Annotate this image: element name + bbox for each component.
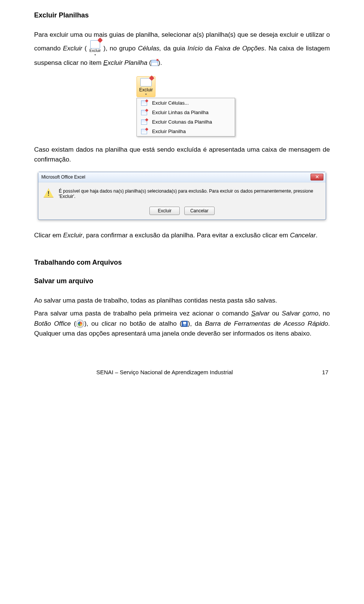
dialog-title-text: Microsoft Office Excel: [41, 174, 85, 180]
em-faixa: Faixa de Opções: [215, 45, 264, 52]
paragraph-salvar-1: Ao salvar uma pasta de trabalho, todas a…: [34, 296, 330, 306]
delete-sheet-icon: ✖: [151, 60, 158, 66]
text: , no: [318, 310, 330, 317]
excluir-split-button[interactable]: Excluir ▾: [136, 76, 155, 97]
close-icon[interactable]: ✕: [311, 174, 323, 180]
text: (: [82, 45, 87, 52]
text: .: [316, 232, 318, 239]
em-barra: Barra de Ferramentas de Acesso Rápido: [205, 320, 328, 327]
warning-icon: [44, 188, 53, 198]
paragraph-salvar-2: Para salvar uma pasta de trabalho pela p…: [34, 309, 330, 339]
heading-excluir-planilhas: Excluir Planilhas: [34, 11, 330, 19]
menu-label: Excluir Colunas da Planilha: [152, 119, 212, 125]
excluir-dropdown-menu: Excluir Células... Excluir Linhas da Pla…: [136, 98, 235, 136]
page-footer: SENAI – Serviço Nacional de Aprendizagem…: [34, 369, 330, 375]
text: Para excluir uma ou mais guias de planil…: [34, 31, 278, 38]
menu-item-excluir-celulas[interactable]: Excluir Células...: [137, 98, 235, 108]
dialog-message: É possível que haja dados na(s) planilha…: [59, 188, 320, 199]
delete-icon: [140, 78, 152, 86]
delete-cols-icon: [141, 119, 147, 125]
dialog-excluir-button[interactable]: Excluir: [149, 207, 180, 215]
menu-item-excluir-linhas[interactable]: Excluir Linhas da Planilha: [137, 108, 235, 117]
delete-sheet-icon: [141, 129, 147, 134]
text: Para salvar uma pasta de trabalho pela p…: [34, 310, 251, 317]
paragraph-confirmacao: Caso existam dados na planilha que está …: [34, 145, 330, 165]
text: ), no grupo: [104, 45, 138, 52]
page-number: 17: [322, 369, 328, 375]
text: (: [147, 59, 151, 66]
office-button-icon: [76, 320, 84, 328]
em-excluir-planilha: xcluir Planilha: [108, 59, 147, 66]
em-excluir: Excluir: [63, 232, 83, 239]
text: ), ou clicar no botão de atalho (: [84, 320, 182, 327]
em-botao-office: Botão Office: [34, 320, 71, 327]
text: ou: [270, 310, 282, 317]
text: da: [203, 45, 215, 52]
text: ), da: [188, 320, 205, 327]
menu-label: Excluir Planilha: [152, 129, 186, 134]
save-icon: [182, 321, 188, 327]
heading-salvar-arquivo: Salvar um arquivo: [34, 277, 330, 285]
text: (: [71, 320, 76, 327]
text: Clicar em: [34, 232, 63, 239]
delete-cells-icon: [141, 100, 147, 106]
text: , para confirmar a exclusão da planilha.…: [83, 232, 290, 239]
confirm-dialog: Microsoft Office Excel ✕ É possível que …: [38, 172, 326, 220]
text: da guia: [161, 45, 187, 52]
delete-split-button-icon: Excluir▾: [87, 40, 103, 58]
menu-item-excluir-planilha[interactable]: Excluir Planilha: [137, 127, 235, 136]
paragraph-intro: Para excluir uma ou mais guias de planil…: [34, 30, 330, 68]
em-inicio: Início: [187, 45, 203, 52]
em-celulas: Células,: [138, 45, 161, 52]
em-excluir: Excluir: [63, 45, 82, 52]
delete-rows-icon: [141, 110, 147, 115]
paragraph-clicar-excluir: Clicar em Excluir, para confirmar a excl…: [34, 231, 330, 240]
excluir-dropdown-figure: Excluir ▾ Excluir Células... Excluir Lin…: [136, 76, 330, 136]
chevron-down-icon: ▾: [145, 93, 147, 96]
excluir-button-label: Excluir: [139, 87, 153, 93]
heading-trabalhando: Trabalhando com Arquivos: [34, 259, 330, 267]
em-cancelar: Cancelar: [290, 232, 316, 239]
dialog-title-bar: Microsoft Office Excel ✕: [38, 172, 326, 182]
menu-label: Excluir Células...: [152, 100, 189, 106]
dialog-cancelar-button[interactable]: Cancelar: [184, 207, 215, 215]
footer-text: SENAI – Serviço Nacional de Aprendizagem…: [96, 369, 233, 375]
menu-item-excluir-colunas[interactable]: Excluir Colunas da Planilha: [137, 117, 235, 127]
menu-label: Excluir Linhas da Planilha: [152, 110, 209, 115]
